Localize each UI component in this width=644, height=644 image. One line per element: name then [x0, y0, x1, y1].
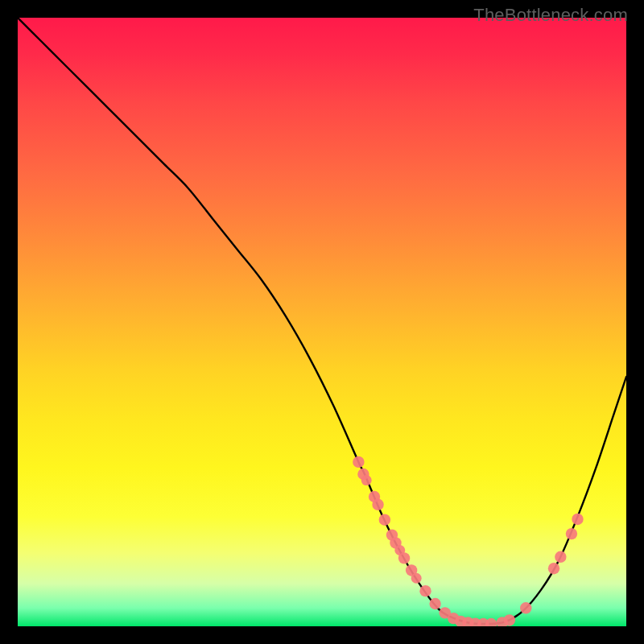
marker-point [353, 456, 364, 468]
watermark-text: TheBottleneck.com [473, 5, 628, 26]
marker-point [398, 552, 410, 564]
curve-line [18, 18, 626, 624]
marker-point [361, 475, 372, 485]
marker-point [419, 585, 431, 597]
marker-point [504, 614, 515, 625]
marker-point [411, 573, 422, 584]
marker-point [520, 602, 531, 613]
plot-area [18, 18, 626, 626]
marker-point [548, 563, 559, 574]
markers-group [353, 456, 584, 626]
marker-point [429, 598, 440, 609]
chart-overlay [18, 18, 626, 626]
marker-point [485, 618, 497, 626]
marker-point [555, 551, 566, 563]
marker-point [566, 528, 577, 539]
marker-point [379, 514, 390, 526]
marker-point [572, 514, 583, 525]
marker-point [372, 499, 383, 510]
